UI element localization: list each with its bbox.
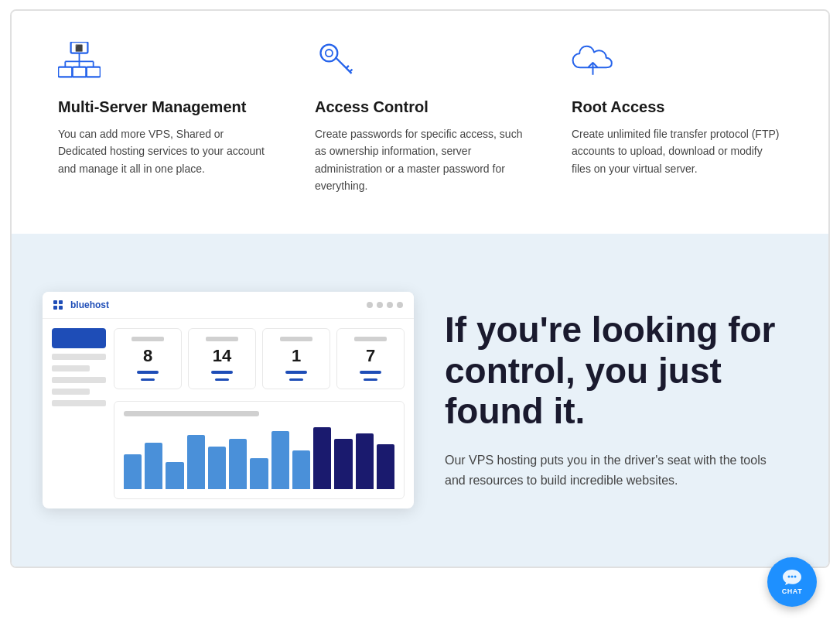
sidebar-line-3 (52, 377, 106, 383)
stat-value-4: 7 (366, 346, 375, 366)
svg-point-18 (794, 576, 797, 578)
mockup-main-content: 8 14 1 (114, 328, 405, 499)
access-control-title: Access Control (315, 98, 525, 116)
network-icon: ⬛ (58, 42, 104, 84)
chart-bar (166, 462, 183, 489)
mockup-card: bluehost (43, 292, 414, 508)
stat-label-line (131, 337, 164, 341)
chart-bar (208, 447, 226, 489)
stat-card-3: 1 (262, 328, 330, 389)
cloud-icon (572, 42, 618, 84)
stat-bar-2 (211, 371, 233, 374)
chart-bar (187, 435, 205, 489)
mockup-topbar: bluehost (43, 292, 414, 319)
chat-label: CHAT (782, 587, 802, 595)
chart-bar (313, 427, 331, 489)
svg-point-17 (791, 576, 794, 578)
chart-bar (292, 450, 310, 489)
sidebar-line-5 (52, 400, 106, 406)
svg-point-10 (321, 45, 338, 62)
sidebar-line-1 (52, 354, 106, 360)
svg-rect-4 (87, 67, 101, 77)
stat-card-4: 7 (336, 328, 405, 389)
svg-line-12 (336, 57, 352, 74)
stat-icon-3 (289, 378, 303, 381)
multi-server-desc: You can add more VPS, Shared or Dedicate… (58, 125, 268, 177)
svg-point-11 (326, 50, 333, 56)
features-section: ⬛ Multi-Server Management You can add mo (12, 11, 828, 234)
stat-icon-2 (215, 378, 229, 381)
bluehost-grid-icon (53, 300, 64, 310)
mockup-body: 8 14 1 (43, 319, 414, 508)
key-icon (315, 42, 361, 84)
chart-bar (229, 439, 247, 489)
stat-label-line-4 (354, 337, 387, 341)
stat-card-1: 8 (114, 328, 182, 389)
chart-card (114, 401, 405, 499)
sidebar-line-4 (52, 389, 90, 395)
hero-headline: If you're looking for control, you just … (445, 310, 782, 433)
sidebar-active-item (52, 328, 106, 348)
stat-icon-4 (364, 378, 377, 381)
svg-line-14 (350, 69, 353, 72)
stats-row: 8 14 1 (114, 328, 405, 389)
hero-subtext: Our VPS hosting puts you in the driver's… (445, 450, 782, 490)
chart-bar (271, 431, 289, 489)
stat-label-line-3 (280, 337, 312, 341)
svg-line-13 (346, 66, 349, 69)
svg-rect-2 (58, 67, 72, 77)
stat-bar-3 (285, 371, 307, 374)
chart-bar (377, 444, 394, 489)
chart-bar (334, 439, 352, 489)
stat-bar-1 (137, 371, 159, 374)
access-control-desc: Create passwords for specific access, su… (315, 125, 525, 195)
hero-text: If you're looking for control, you just … (445, 310, 782, 491)
root-access-desc: Create unlimited file transfer protocol … (572, 125, 782, 177)
svg-rect-3 (72, 67, 86, 77)
multi-server-title: Multi-Server Management (58, 98, 268, 116)
chat-icon (782, 569, 802, 586)
stat-icon-1 (141, 378, 155, 381)
mockup-sidebar (52, 328, 106, 499)
root-access-title: Root Access (572, 98, 782, 116)
chart-bar (250, 458, 268, 489)
svg-point-16 (788, 576, 790, 578)
chart-bar (356, 433, 374, 489)
chart-bar (145, 443, 162, 489)
stat-card-2: 14 (188, 328, 256, 389)
feature-multi-server: ⬛ Multi-Server Management You can add mo (58, 42, 268, 195)
dashboard-mockup: bluehost (43, 292, 414, 508)
brand-name: bluehost (70, 300, 109, 310)
svg-text:⬛: ⬛ (76, 44, 84, 53)
chart-header-line (124, 411, 259, 416)
stat-value-3: 1 (292, 346, 301, 366)
page-wrapper: ⬛ Multi-Server Management You can add mo (10, 9, 830, 568)
stat-value-2: 14 (213, 346, 231, 366)
window-dots (367, 302, 403, 308)
feature-root-access: Root Access Create unlimited file transf… (572, 42, 782, 195)
stat-bar-4 (360, 371, 381, 374)
sidebar-line-2 (52, 365, 90, 371)
chart-bar (124, 454, 142, 489)
bottom-section: bluehost (12, 234, 828, 567)
chat-button[interactable]: CHAT (767, 557, 817, 607)
feature-access-control: Access Control Create passwords for spec… (315, 42, 525, 195)
bar-chart (124, 427, 394, 489)
stat-value-1: 8 (143, 346, 152, 366)
stat-label-line-2 (206, 337, 238, 341)
